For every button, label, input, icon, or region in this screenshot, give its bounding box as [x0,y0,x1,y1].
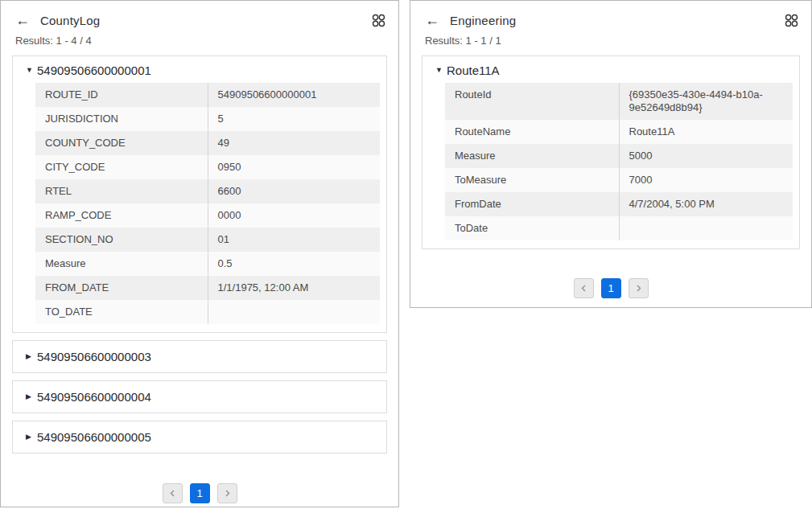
panel-title: Engineering [450,14,516,27]
attribute-row: TO_DATE [35,300,380,324]
feature-title: Route11A [447,64,500,77]
panel-header: ← Engineering [410,1,811,27]
attribute-value: 5 [208,107,380,131]
chevron-right-icon [224,490,231,497]
results-grid-button[interactable] [372,14,385,27]
attribute-row: RouteId {69350e35-430e-4494-b10a-9e52649… [445,83,793,120]
feature-title: 54909506600000003 [37,350,151,363]
attribute-row: RouteName Route11A [445,120,793,144]
results-grid-button[interactable] [785,14,798,27]
feature-title: 54909506600000001 [37,64,151,77]
attribute-value: 01 [208,228,380,252]
results-count: Results: 1 - 4 / 4 [1,27,398,55]
chevron-right-icon [635,285,642,292]
attribute-name: JURISDICTION [35,107,208,131]
attribute-value: 0000 [208,203,380,228]
attribute-row: FromDate 4/7/2004, 5:00 PM [445,192,793,216]
feature-header[interactable]: ▶ 54909506600000003 [13,341,386,372]
attribute-name: TO_DATE [35,300,208,324]
back-button[interactable]: ← [425,13,439,27]
feature-header[interactable]: ▶ 54909506600000004 [13,381,386,413]
attribute-row: ToDate [445,216,793,240]
attribute-name: Measure [445,144,619,168]
results-count: Results: 1 - 1 / 1 [410,27,811,55]
attribute-value: 6600 [208,179,380,203]
attribute-value: 0950 [208,155,380,179]
caret-down-icon: ▼ [26,67,37,74]
chevron-left-icon [169,490,176,497]
attribute-row: FROM_DATE 1/1/1975, 12:00 AM [35,276,380,300]
caret-right-icon: ▶ [26,393,37,400]
attribute-value: 1/1/1975, 12:00 AM [208,276,380,300]
attribute-row: RAMP_CODE 0000 [35,203,380,228]
feature-panel-engineering: ← Engineering Results: 1 - 1 / 1 ▼ Route… [410,0,812,308]
attribute-name: FromDate [445,192,619,216]
attribute-name: RouteId [445,83,619,120]
pagination: 1 [410,278,811,298]
page-1-button[interactable]: 1 [601,278,621,298]
back-button[interactable]: ← [15,13,30,27]
prev-page-button[interactable] [574,278,594,298]
caret-down-icon: ▼ [435,67,447,74]
attribute-row: Measure 5000 [445,144,793,168]
feature-panel-countylog: ← CountyLog Results: 1 - 4 / 4 ▼ 5490950… [0,0,399,507]
attribute-name: ROUTE_ID [35,83,208,107]
attribute-value: 0.5 [208,252,380,276]
feature-card: ▼ 54909506600000001 ROUTE_ID 54909506600… [12,55,387,333]
attribute-value [619,216,793,240]
attribute-value: {69350e35-430e-4494-b10a-9e52649d8b94} [619,83,793,120]
attribute-row: COUNTY_CODE 49 [35,131,380,155]
feature-card: ▶ 54909506600000005 [12,421,387,454]
feature-list: ▼ 54909506600000001 ROUTE_ID 54909506600… [1,55,398,454]
feature-card: ▶ 54909506600000004 [12,380,387,413]
attribute-value [208,300,380,324]
attribute-row: Measure 0.5 [35,252,380,276]
four-circles-icon [785,14,798,27]
arrow-left-icon: ← [15,12,30,28]
arrow-left-icon: ← [425,12,439,28]
panel-title: CountyLog [40,14,100,27]
attribute-value: 49 [208,131,380,155]
feature-card: ▼ Route11A RouteId {69350e35-430e-4494-b… [422,55,800,249]
attribute-value: 54909506600000001 [208,83,380,107]
feature-card: ▶ 54909506600000003 [12,340,387,373]
chevron-left-icon [580,285,587,292]
attribute-name: CITY_CODE [35,155,208,179]
attribute-row: CITY_CODE 0950 [35,155,380,179]
attribute-name: RouteName [445,120,619,144]
attribute-name: ToMeasure [445,168,619,192]
attribute-value: 4/7/2004, 5:00 PM [619,192,793,216]
next-page-button[interactable] [217,483,237,503]
prev-page-button[interactable] [163,483,183,503]
attribute-row: ToMeasure 7000 [445,168,793,192]
attribute-value: 5000 [619,144,793,168]
attribute-value: Route11A [619,120,793,144]
attribute-name: COUNTY_CODE [35,131,208,155]
feature-header[interactable]: ▶ 54909506600000005 [13,421,386,453]
next-page-button[interactable] [629,278,649,298]
attribute-value: 7000 [619,168,793,192]
feature-title: 54909506600000004 [37,390,151,404]
caret-right-icon: ▶ [26,353,37,360]
attribute-name: RAMP_CODE [35,203,208,228]
four-circles-icon [372,14,385,27]
feature-list: ▼ Route11A RouteId {69350e35-430e-4494-b… [410,55,811,249]
attribute-name: RTEL [35,179,208,203]
feature-header[interactable]: ▼ Route11A [422,56,799,83]
pagination: 1 [1,483,398,503]
attribute-row: RTEL 6600 [35,179,380,203]
attribute-name: FROM_DATE [35,276,208,300]
attribute-name: Measure [35,252,208,276]
caret-right-icon: ▶ [26,433,37,441]
feature-title: 54909506600000005 [37,430,151,444]
attribute-row: JURISDICTION 5 [35,107,380,131]
attribute-name: SECTION_NO [35,228,208,252]
attribute-table: ROUTE_ID 54909506600000001 JURISDICTION … [35,83,380,324]
attribute-name: ToDate [445,216,619,240]
feature-header[interactable]: ▼ 54909506600000001 [13,56,386,83]
page-1-button[interactable]: 1 [190,483,210,503]
attribute-row: SECTION_NO 01 [35,228,380,252]
attribute-table: RouteId {69350e35-430e-4494-b10a-9e52649… [445,83,793,240]
panel-header: ← CountyLog [1,1,398,27]
attribute-row: ROUTE_ID 54909506600000001 [35,83,380,107]
